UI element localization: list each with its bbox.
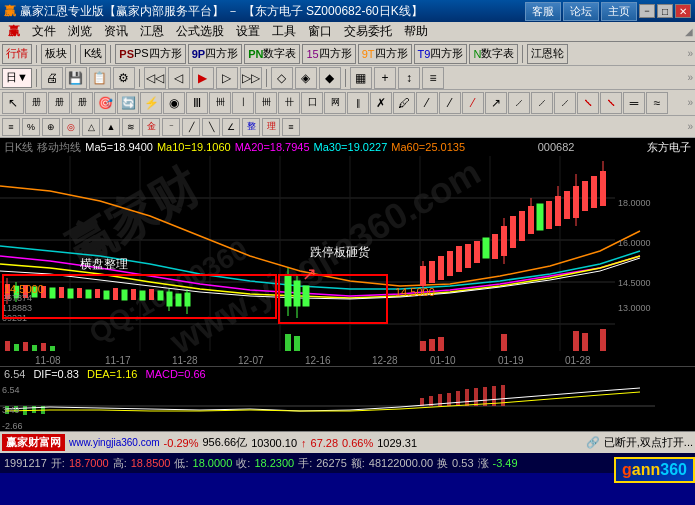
draw-tool-16[interactable]: ✗ [370, 92, 392, 114]
draw-tool-22[interactable]: ⟋ [508, 92, 530, 114]
9t-square-button[interactable]: 9T 四方形 [358, 44, 412, 64]
draw-tool-10[interactable]: 丨 [232, 92, 254, 114]
draw-tool-27[interactable]: ═ [623, 92, 645, 114]
draw-row2-15[interactable]: ≡ [282, 118, 300, 136]
draw-tool-24[interactable]: ⟋ [554, 92, 576, 114]
close-button[interactable]: ✕ [675, 4, 691, 18]
menu-formula[interactable]: 公式选股 [170, 22, 230, 41]
draw-row2-10[interactable]: ╱ [182, 118, 200, 136]
draw-row2-11[interactable]: ╲ [202, 118, 220, 136]
minimize-button[interactable]: － [639, 4, 655, 18]
connect-status: 已断开,双点打开... [604, 435, 693, 450]
draw-tool-1[interactable]: 册 [25, 92, 47, 114]
cross-button[interactable]: + [374, 67, 396, 89]
customer-service-button[interactable]: 客服 [525, 2, 561, 21]
draw-tool-25[interactable]: ⟍ [577, 92, 599, 114]
draw-tool-21[interactable]: ↗ [485, 92, 507, 114]
ps-square-button[interactable]: PS PS四方形 [115, 44, 185, 64]
play-button[interactable]: ▶ [192, 67, 214, 89]
draw-tool-17[interactable]: 🖊 [393, 92, 415, 114]
main-chart[interactable]: 赢家财 www.yingjia360.com QQ:10000360 [0, 156, 695, 366]
15-square-button[interactable]: 15 四方形 [302, 44, 355, 64]
draw-tool-13[interactable]: 囗 [301, 92, 323, 114]
draw-tool-26[interactable]: ⟍ [600, 92, 622, 114]
prev-prev-button[interactable]: ◁◁ [144, 67, 166, 89]
home-button[interactable]: 主页 [601, 2, 637, 21]
menu-settings[interactable]: 设置 [230, 22, 266, 41]
setup-button[interactable]: ⚙ [113, 67, 135, 89]
menu-win-logo[interactable]: 赢 [2, 22, 26, 41]
forum-button[interactable]: 论坛 [563, 2, 599, 21]
draw-row2-9[interactable]: ⁻ [162, 118, 180, 136]
draw-tool-18[interactable]: ∕ [416, 92, 438, 114]
block-button[interactable]: 板块 [41, 44, 71, 64]
t9-square-button[interactable]: T9 四方形 [414, 44, 468, 64]
copy-button[interactable]: 📋 [89, 67, 111, 89]
menu-gann[interactable]: 江恩 [134, 22, 170, 41]
draw-tool-5[interactable]: 🔄 [117, 92, 139, 114]
draw-tool-15[interactable]: ∥ [347, 92, 369, 114]
line-button[interactable]: ≡ [422, 67, 444, 89]
menu-window[interactable]: 窗口 [302, 22, 338, 41]
menu-trade[interactable]: 交易委托 [338, 22, 398, 41]
draw-tool-20[interactable]: ∕ [462, 92, 484, 114]
next-next-button[interactable]: ▷▷ [240, 67, 262, 89]
draw-row2-12[interactable]: ∠ [222, 118, 240, 136]
draw-row2-2[interactable]: % [22, 118, 40, 136]
full-button[interactable]: ◆ [319, 67, 341, 89]
draw-tool-28[interactable]: ≈ [646, 92, 668, 114]
draw-tool-6[interactable]: ⚡ [140, 92, 162, 114]
menu-browse[interactable]: 浏览 [62, 22, 98, 41]
svg-rect-82 [41, 343, 46, 351]
gann-wheel-button[interactable]: 江恩轮 [527, 44, 568, 64]
menu-file[interactable]: 文件 [26, 22, 62, 41]
draw-tool-2[interactable]: 册 [48, 92, 70, 114]
draw-tool-14[interactable]: 网 [324, 92, 346, 114]
draw-tool-3[interactable]: 册 [71, 92, 93, 114]
period-day-button[interactable]: 日▼ [2, 68, 32, 88]
svg-text:01-28: 01-28 [565, 355, 591, 366]
n-number-button[interactable]: N 数字表 [469, 44, 518, 64]
draw-tool-9[interactable]: 卌 [209, 92, 231, 114]
menu-tools[interactable]: 工具 [266, 22, 302, 41]
draw-row2-5[interactable]: △ [82, 118, 100, 136]
draw-tool-11[interactable]: 卌 [255, 92, 277, 114]
next-button[interactable]: ▷ [216, 67, 238, 89]
svg-text:14.5000: 14.5000 [618, 278, 651, 288]
draw-row2-13[interactable]: 整 [242, 118, 260, 136]
quotes-button[interactable]: 行情 [2, 44, 32, 64]
menu-news[interactable]: 资讯 [98, 22, 134, 41]
draw-row2-7[interactable]: ≋ [122, 118, 140, 136]
draw-row2-14[interactable]: 理 [262, 118, 280, 136]
svg-rect-54 [456, 246, 462, 272]
svg-rect-47 [303, 286, 309, 306]
9p-square-button[interactable]: 9P 四方形 [188, 44, 242, 64]
updown-button[interactable]: ↕ [398, 67, 420, 89]
draw-tool-4[interactable]: 🎯 [94, 92, 116, 114]
draw-row2-1[interactable]: ≡ [2, 118, 20, 136]
quote-bar: 1991217 开: 18.7000 高: 18.8500 低: 18.0000… [0, 453, 695, 473]
draw-tool-23[interactable]: ⟋ [531, 92, 553, 114]
svg-rect-120 [465, 389, 469, 406]
kline-button[interactable]: K线 [80, 44, 106, 64]
draw-tool-19[interactable]: ∕ [439, 92, 461, 114]
grid-button[interactable]: ▦ [350, 67, 372, 89]
draw-tool-7[interactable]: ◉ [163, 92, 185, 114]
menu-help[interactable]: 帮助 [398, 22, 434, 41]
pn-number-button[interactable]: PN 数字表 [244, 44, 300, 64]
draw-tool-12[interactable]: 卄 [278, 92, 300, 114]
zoom-out-button[interactable]: ◇ [271, 67, 293, 89]
high-value: 18.8500 [131, 457, 171, 469]
draw-row2-6[interactable]: ▲ [102, 118, 120, 136]
print-button[interactable]: 🖨 [41, 67, 63, 89]
draw-row2-4[interactable]: ◎ [62, 118, 80, 136]
select-tool[interactable]: ↖ [2, 92, 24, 114]
draw-row2-3[interactable]: ⊕ [42, 118, 60, 136]
draw-tool-8[interactable]: Ⅲ [186, 92, 208, 114]
restore-button[interactable]: □ [657, 4, 673, 18]
prev-button[interactable]: ◁ [168, 67, 190, 89]
zoom-in-button[interactable]: ◈ [295, 67, 317, 89]
draw-row2-8[interactable]: 金 [142, 118, 160, 136]
title-right[interactable]: 客服 论坛 主页 － □ ✕ [525, 2, 691, 21]
save-button[interactable]: 💾 [65, 67, 87, 89]
